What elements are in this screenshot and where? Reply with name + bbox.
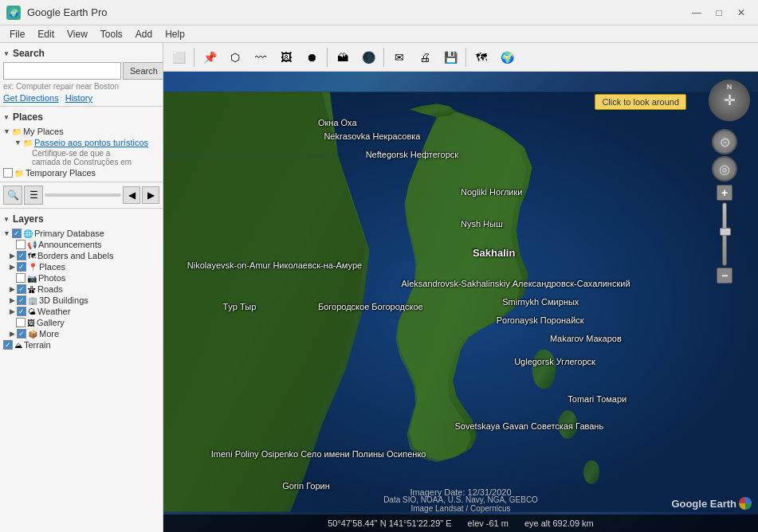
toolbar-separator bbox=[194, 48, 194, 67]
tree-item-photos[interactable]: 📷 Photos bbox=[3, 272, 159, 284]
places-layer-checkbox[interactable]: ✓ bbox=[17, 262, 26, 272]
zoom-out-btn[interactable]: − bbox=[717, 268, 732, 284]
tree-item-passeio[interactable]: ▼ 📁 Passeio aos pontos turísticos bbox=[3, 137, 159, 148]
terrain-toggle-btn[interactable]: 🏔 bbox=[331, 46, 355, 68]
menu-file[interactable]: File bbox=[3, 27, 31, 41]
borders-label: Borders and Labels bbox=[37, 251, 113, 260]
left-panel: ▼ Search Search ex: Computer repair near… bbox=[0, 43, 163, 532]
folder-icon: 📁 bbox=[12, 127, 22, 136]
toolbar-separator2 bbox=[327, 48, 328, 67]
more-checkbox[interactable]: ✓ bbox=[17, 329, 26, 338]
tree-item-primary-db[interactable]: ▼ ✓ 🌐 Primary Database bbox=[3, 228, 159, 239]
maximize-button[interactable]: □ bbox=[709, 4, 729, 22]
tree-item-borders[interactable]: ▶ ✓ 🗺 Borders and Labels bbox=[3, 250, 159, 261]
layers-header[interactable]: ▼ Layers bbox=[3, 212, 159, 228]
gallery-label: Gallery bbox=[37, 318, 65, 327]
tree-item-3d-buildings[interactable]: ▶ ✓ 🏢 3D Buildings bbox=[3, 295, 159, 306]
zoom-bar[interactable] bbox=[722, 202, 727, 266]
map-container[interactable]: Окна Оха Nekrasovka Некрасовка Neftegors… bbox=[163, 72, 758, 532]
places-icon: 📍 bbox=[28, 263, 37, 272]
ge-text: Google Earth bbox=[671, 498, 736, 510]
weather-checkbox[interactable]: ✓ bbox=[17, 307, 26, 316]
announcements-label: Announcements bbox=[38, 240, 102, 249]
placemark-btn[interactable]: 📌 bbox=[198, 46, 222, 68]
search-header[interactable]: ▼ Search bbox=[3, 46, 159, 62]
photos-checkbox[interactable] bbox=[16, 273, 26, 283]
tilt-up-btn[interactable]: ⊙ bbox=[712, 129, 737, 155]
nav-next-btn[interactable]: ▶ bbox=[142, 186, 159, 204]
record-btn[interactable]: ⏺ bbox=[300, 46, 324, 68]
expand-icon: ▼ bbox=[14, 139, 22, 147]
map-image: Окна Оха Nekrasovka Некрасовка Neftegors… bbox=[163, 72, 758, 532]
roads-checkbox[interactable]: ✓ bbox=[17, 284, 26, 294]
maps-btn[interactable]: 🗺 bbox=[469, 46, 493, 68]
search-button[interactable]: Search bbox=[123, 62, 163, 80]
tilt-down-btn[interactable]: ◎ bbox=[712, 156, 737, 182]
sky-toggle-btn[interactable]: 🌑 bbox=[356, 46, 380, 68]
compass-arrow-icon: ✛ bbox=[724, 92, 736, 109]
menu-add[interactable]: Add bbox=[129, 27, 159, 41]
toolbar-separator4 bbox=[465, 48, 466, 67]
status-coords: 50°47'58.44" N 141°51'22.29" E bbox=[328, 518, 451, 528]
folder-icon: 📁 bbox=[14, 169, 24, 178]
close-button[interactable]: ✕ bbox=[731, 4, 752, 22]
svg-point-4 bbox=[532, 350, 556, 389]
zoom-handle[interactable] bbox=[720, 228, 731, 236]
tree-item-temp-places[interactable]: 📁 Temporary Places bbox=[3, 167, 159, 178]
path-btn[interactable]: 〰 bbox=[249, 46, 273, 68]
nav-zoom-btn[interactable]: 🔍 bbox=[3, 186, 22, 205]
primary-db-checkbox[interactable]: ✓ bbox=[12, 229, 22, 238]
menu-tools[interactable]: Tools bbox=[94, 27, 129, 41]
get-directions-link[interactable]: Get Directions bbox=[3, 93, 59, 103]
primary-db-label: Primary Database bbox=[34, 229, 104, 238]
menu-edit[interactable]: Edit bbox=[31, 27, 61, 41]
temp-places-checkbox[interactable] bbox=[3, 168, 13, 178]
menu-help[interactable]: Help bbox=[159, 27, 191, 41]
status-elev: elev -61 m bbox=[468, 518, 509, 528]
temp-places-label: Temporary Places bbox=[26, 168, 96, 178]
save-image-btn[interactable]: 💾 bbox=[438, 46, 462, 68]
buildings-checkbox[interactable]: ✓ bbox=[17, 295, 26, 305]
search-input[interactable] bbox=[3, 62, 121, 80]
nav-prev-btn[interactable]: ◀ bbox=[123, 186, 140, 204]
tree-item-roads[interactable]: ▶ ✓ 🛣 Roads bbox=[3, 284, 159, 295]
zoom-controls: ⊙ ◎ + − bbox=[712, 129, 737, 284]
tree-item-more[interactable]: ▶ ✓ 📦 More bbox=[3, 328, 159, 339]
borders-checkbox[interactable]: ✓ bbox=[17, 251, 26, 260]
email-btn[interactable]: ✉ bbox=[387, 46, 411, 68]
terrain-icon: ⛰ bbox=[14, 341, 22, 350]
terrain-checkbox[interactable]: ✓ bbox=[3, 340, 13, 350]
places-header[interactable]: ▼ Places bbox=[3, 110, 159, 126]
terrain-label: Terrain bbox=[24, 340, 51, 350]
tree-item-gallery[interactable]: 🖼 Gallery bbox=[3, 317, 159, 328]
status-eye-alt: eye alt 692.09 km bbox=[524, 518, 594, 528]
nav-hand-btn[interactable]: ☰ bbox=[24, 186, 43, 205]
roads-icon: 🛣 bbox=[28, 285, 36, 294]
tree-item-terrain[interactable]: ✓ ⛰ Terrain bbox=[3, 339, 159, 350]
right-panel: ⬜ 📌 ⬡ 〰 🖼 ⏺ 🏔 🌑 ✉ 🖨 💾 🗺 🌍 bbox=[163, 43, 758, 532]
print-btn[interactable]: 🖨 bbox=[413, 46, 437, 68]
minimize-button[interactable]: — bbox=[686, 4, 707, 22]
compass-ring[interactable]: N ✛ bbox=[709, 80, 750, 121]
menu-view[interactable]: View bbox=[61, 27, 94, 41]
window-controls: — □ ✕ bbox=[686, 4, 752, 22]
weather-label: Weather bbox=[37, 307, 70, 316]
gallery-checkbox[interactable] bbox=[16, 318, 26, 327]
buildings-icon: 🏢 bbox=[28, 296, 37, 305]
image-overlay-btn[interactable]: 🖼 bbox=[274, 46, 298, 68]
announcements-checkbox[interactable] bbox=[16, 240, 26, 249]
svg-point-6 bbox=[583, 460, 599, 484]
app-title: Google Earth Pro bbox=[27, 6, 107, 18]
show-sidebar-btn[interactable]: ⬜ bbox=[167, 46, 190, 68]
nav-slider[interactable] bbox=[45, 194, 121, 197]
imagery-date: Imagery Date: 12/31/2020 bbox=[410, 487, 511, 497]
history-link[interactable]: History bbox=[65, 93, 92, 103]
tree-item-places-layer[interactable]: ▶ ✓ 📍 Places bbox=[3, 261, 159, 272]
tree-item-weather[interactable]: ▶ ✓ 🌤 Weather bbox=[3, 306, 159, 317]
zoom-in-btn[interactable]: + bbox=[717, 185, 732, 201]
tree-item-announcements[interactable]: 📢 Announcements bbox=[3, 239, 159, 250]
earth-btn[interactable]: 🌍 bbox=[495, 46, 519, 68]
polygon-btn[interactable]: ⬡ bbox=[223, 46, 247, 68]
db-icon: 🌐 bbox=[23, 229, 33, 238]
tree-item-my-places[interactable]: ▼ 📁 My Places bbox=[3, 126, 159, 137]
